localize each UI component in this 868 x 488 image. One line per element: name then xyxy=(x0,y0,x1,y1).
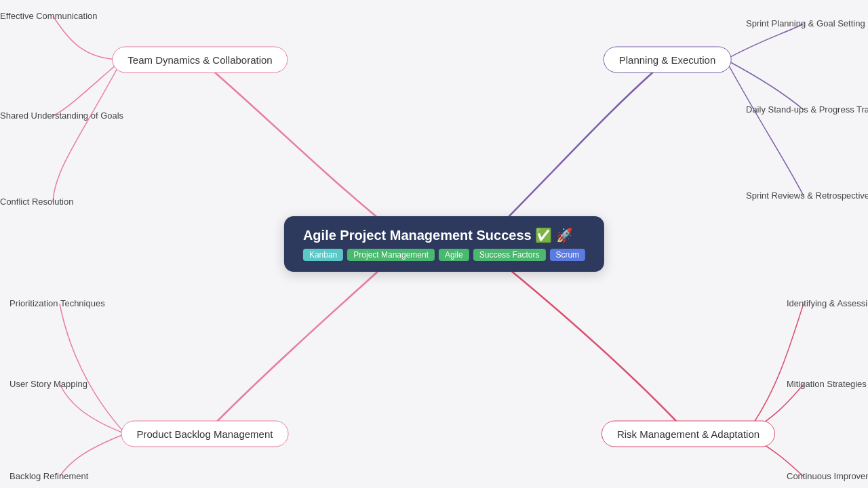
leaf-prioritization: Prioritization Techniques xyxy=(9,298,105,308)
branch-planning-execution-label: Planning & Execution xyxy=(619,54,716,66)
tag-scrum: Scrum xyxy=(549,249,585,261)
leaf-shared-understanding: Shared Understanding of Goals xyxy=(0,110,123,121)
branch-team-dynamics-label: Team Dynamics & Collaboration xyxy=(127,54,272,66)
tag-project-management: Project Management xyxy=(347,249,435,261)
tag-container: Kanban Project Management Agile Success … xyxy=(303,249,585,261)
leaf-daily-standups: Daily Stand-ups & Progress Tracking xyxy=(746,104,868,115)
tag-agile: Agile xyxy=(439,249,469,261)
leaf-identifying-risks: Identifying & Assessing Risks xyxy=(787,298,868,308)
leaf-sprint-reviews: Sprint Reviews & Retrospectives xyxy=(746,190,868,201)
branch-team-dynamics[interactable]: Team Dynamics & Collaboration xyxy=(112,47,288,73)
branch-product-backlog-label: Product Backlog Management xyxy=(137,428,273,440)
leaf-continuous-improvement: Continuous Improvement xyxy=(787,471,868,481)
leaf-backlog-refinement: Backlog Refinement xyxy=(9,471,88,481)
branch-product-backlog[interactable]: Product Backlog Management xyxy=(121,421,289,447)
branch-risk-management-label: Risk Management & Adaptation xyxy=(617,428,760,440)
leaf-user-story-mapping: User Story Mapping xyxy=(9,379,87,389)
leaf-sprint-planning: Sprint Planning & Goal Setting xyxy=(746,18,865,28)
leaf-conflict-resolution: Conflict Resolution xyxy=(0,197,73,207)
branch-risk-management[interactable]: Risk Management & Adaptation xyxy=(601,421,775,447)
tag-success-factors: Success Factors xyxy=(473,249,546,261)
branch-planning-execution[interactable]: Planning & Execution xyxy=(604,47,732,73)
leaf-effective-communication: Effective Communication xyxy=(0,11,98,21)
leaf-mitigation: Mitigation Strategies xyxy=(787,379,867,389)
center-title: Agile Project Management Success ✅ 🚀 xyxy=(303,228,573,243)
center-node: Agile Project Management Success ✅ 🚀 Kan… xyxy=(284,216,604,272)
tag-kanban: Kanban xyxy=(303,249,343,261)
